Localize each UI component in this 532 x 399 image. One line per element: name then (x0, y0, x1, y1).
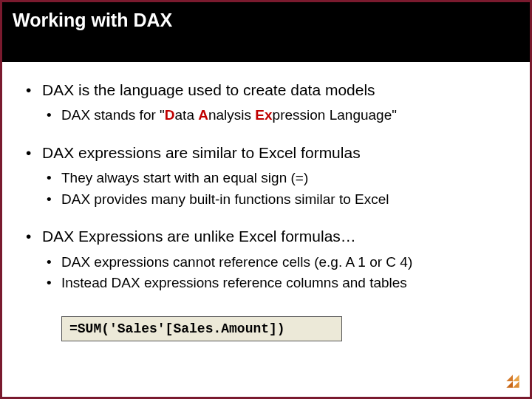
sub-text-post: pression Language" (273, 107, 397, 123)
sub-text: Instead DAX expressions reference column… (61, 275, 407, 290)
bullet-item: DAX expressions are similar to Excel for… (23, 143, 509, 210)
sub-text: DAX provides many built-in functions sim… (61, 191, 389, 207)
title-bar: Working with DAX (2, 2, 530, 62)
sub-list: DAX stands for "Data Analysis Expression… (42, 105, 509, 126)
bullet-text: DAX is the language used to create data … (42, 81, 375, 98)
bullet-text: DAX expressions are similar to Excel for… (42, 144, 361, 161)
slide-title: Working with DAX (13, 10, 519, 31)
slide-content: DAX is the language used to create data … (2, 62, 530, 341)
sub-text: DAX expressions cannot reference cells (… (61, 254, 412, 270)
sub-text-pre: DAX stands for " (61, 107, 165, 123)
sub-item: DAX provides many built-in functions sim… (42, 189, 509, 211)
sub-list: DAX expressions cannot reference cells (… (42, 252, 509, 294)
sub-item: Instead DAX expressions reference column… (42, 273, 509, 294)
sub-list: They always start with an equal sign (=)… (42, 168, 509, 210)
bullet-item: DAX Expressions are unlike Excel formula… (23, 226, 509, 293)
sub-item: DAX expressions cannot reference cells (… (42, 252, 509, 273)
sub-text: They always start with an equal sign (=) (61, 170, 308, 185)
code-example: =SUM('Sales'[Sales.Amount]) (61, 316, 342, 341)
bullet-list: DAX is the language used to create data … (23, 80, 509, 294)
bullet-item: DAX is the language used to create data … (23, 80, 509, 126)
highlight-a: A (198, 107, 208, 123)
highlight-d: D (165, 107, 175, 123)
bullet-text: DAX Expressions are unlike Excel formula… (42, 228, 356, 245)
sub-item: They always start with an equal sign (=) (42, 168, 509, 189)
corner-logo-icon (503, 372, 522, 391)
sub-text-mid2: nalysis (208, 107, 255, 123)
slide: Working with DAX DAX is the language use… (2, 2, 530, 397)
highlight-ex: Ex (255, 107, 272, 123)
sub-item: DAX stands for "Data Analysis Expression… (42, 105, 509, 126)
sub-text-mid1: ata (175, 107, 199, 123)
